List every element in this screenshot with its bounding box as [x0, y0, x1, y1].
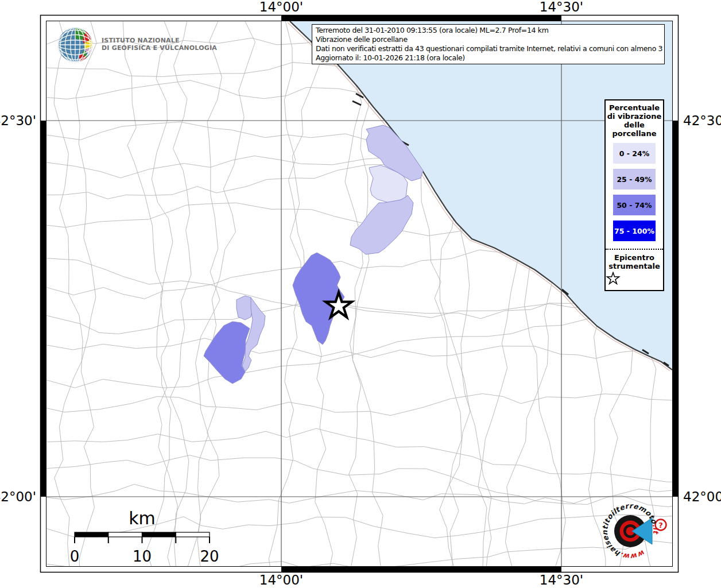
axis-label: 42°30' — [0, 113, 36, 128]
epicenter-star-icon — [606, 272, 621, 285]
legend-epicenter-line: strumentale — [606, 262, 663, 270]
ingv-logo: ISTITUTO NAZIONALE DI GEOFISICA E VULCAN… — [55, 25, 217, 63]
scale-tick-label: 20 — [200, 548, 219, 565]
ingv-name: ISTITUTO NAZIONALE DI GEOFISICA E VULCAN… — [102, 37, 217, 52]
legend-title-line: Percentuale — [606, 103, 663, 112]
legend-title-line: di vibrazione — [606, 112, 663, 121]
legend-epicenter-label: Epicentro strumentale — [606, 253, 663, 270]
axis-label: 42°00' — [0, 489, 36, 504]
legend-box: Percentuale di vibrazione delle porcella… — [604, 99, 664, 291]
scale-unit-label: km — [129, 508, 156, 528]
ingv-globe-icon — [55, 25, 95, 63]
legend-swatch-0-24: 0 - 24% — [613, 143, 656, 164]
ingv-name-line1: ISTITUTO NAZIONALE — [102, 37, 217, 45]
legend-swatch-label: 25 - 49% — [617, 175, 652, 184]
axis-label: 14°00' — [259, 572, 303, 587]
data-disclaimer: Dati non verificati estratti da 43 quest… — [316, 44, 661, 53]
axis-label: 14°30' — [540, 0, 583, 14]
axis-label: 42°00' — [683, 489, 721, 504]
legend-swatch-label: 50 - 74% — [617, 201, 652, 210]
scale-tick-label: 10 — [133, 548, 152, 565]
legend-swatch-label: 75 - 100% — [614, 227, 654, 235]
legend-swatch-50-74: 50 - 74% — [613, 195, 656, 215]
haisentitoilterremoto-logo: ? www.haisentitoilterremoto.it — [580, 479, 683, 583]
legend-title-line: porcellane — [606, 129, 663, 138]
legend-title: Percentuale di vibrazione delle porcella… — [606, 103, 663, 138]
axis-label: 14°30' — [540, 572, 583, 587]
legend-swatch-25-49: 25 - 49% — [613, 169, 656, 189]
legend-title-line: delle — [606, 121, 663, 129]
map-subject: Vibrazione delle porcellane — [316, 35, 661, 44]
axis-label: 14°00' — [259, 0, 303, 14]
legend-swatch-75-100: 75 - 100% — [613, 220, 656, 241]
legend-divider — [606, 249, 663, 250]
event-title: Terremoto del 31-01-2010 09:13:55 (ora l… — [316, 26, 661, 35]
legend-swatch-label: 0 - 24% — [619, 149, 650, 158]
ingv-name-line2: DI GEOFISICA E VULCANOLOGIA — [102, 44, 217, 52]
axis-label: 42°30' — [683, 113, 721, 128]
legend-epicenter-line: Epicentro — [606, 253, 663, 262]
shakemap-page: 01020km14°00'14°30'14°00'14°30'42°30'42°… — [0, 0, 721, 588]
updated-timestamp: Aggiornato il: 10-01-2026 21:18 (ora loc… — [316, 53, 661, 63]
shaded-municipality-level-1 — [237, 296, 253, 320]
event-info-box: Terremoto del 31-01-2010 09:13:55 (ora l… — [312, 24, 665, 64]
scale-tick-label: 0 — [70, 548, 80, 565]
